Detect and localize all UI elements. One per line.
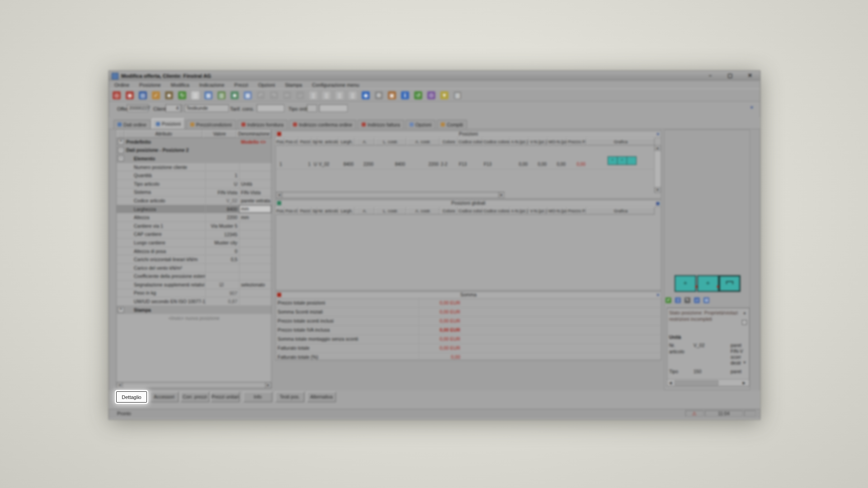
doc-copy-icon[interactable]: ▯ [322,91,331,100]
attribute-value[interactable]: 8400 [205,205,239,213]
column-header[interactable]: Codice colore [483,207,510,215]
column-header[interactable]: Pezzi [298,207,312,215]
tipo-ordine-field[interactable] [307,104,317,112]
cliente-name-field[interactable]: Testkunde [184,104,229,112]
tarif-field[interactable] [257,104,284,112]
attribute-row[interactable]: Carichi orizzontali lineari kN/m 0,5 [117,255,271,264]
column-header[interactable]: Largh. [339,138,355,145]
column-header[interactable]: Grafica [587,138,655,145]
attribute-row[interactable]: Coefficiente della pressione estern [117,272,271,281]
column-header[interactable]: Pos. [276,207,285,215]
strip-close-icon[interactable]: ✕ [750,105,754,110]
scroll-thumb[interactable] [675,380,718,385]
attribute-value[interactable]: ☑ [205,281,239,289]
column-header[interactable]: Nr. articolo [318,207,339,215]
apply-icon[interactable]: ✔ [665,297,671,303]
attribute-row[interactable]: + Predefinito Modello <> [117,138,271,146]
record-icon[interactable]: ◉ [125,91,134,100]
maximize-button[interactable]: ▢ [726,72,735,79]
attribute-hscrollbar[interactable]: ◄ ► [117,382,271,388]
attribute-value[interactable]: 1 [205,171,239,179]
tab-prezzi-condizioni[interactable]: Prezzi/condizioni [186,120,236,129]
tab-dati-ordine[interactable]: Dati ordine [113,120,151,129]
scroll-left-icon[interactable]: ◀ [669,381,672,385]
paste-icon[interactable]: ▱ [296,91,305,100]
glass-pane-3[interactable] [719,275,741,292]
cliente-combo[interactable]: 4 [165,104,183,112]
column-header[interactable]: Colore [440,138,458,145]
column-header[interactable]: Pezzi [298,138,312,145]
menu-item[interactable]: Opzioni [258,82,275,88]
positions-vscrollbar[interactable]: ▲ ▼ [654,145,660,193]
menu-item[interactable]: Posizione [139,82,161,88]
attribute-row[interactable]: Luogo cantiere Muster city [117,239,271,247]
sync-icon[interactable]: ↺ [414,91,423,100]
menu-item[interactable]: Modifica [171,82,189,88]
bottom-button[interactable]: Corr. prezzi [180,392,209,402]
calendar-icon[interactable]: ▦ [243,91,252,100]
column-header[interactable]: L. costr. [375,138,406,145]
attribute-value[interactable]: FIN-Vista [205,188,239,197]
attribute-value[interactable]: 0,87 [205,297,239,305]
positions-close-icon[interactable]: ✕ [656,131,660,137]
positions-hscrollbar[interactable]: ◄ ► [276,192,505,198]
global-positions-panel-button[interactable]: ▣ [656,201,660,206]
column-header-denominazione[interactable]: Denominazione [236,130,271,138]
attribute-row[interactable]: Codice articolo V_02 parete vetrata F [117,197,271,205]
attribute-value[interactable]: V_02 [205,197,239,205]
column-header[interactable]: V-N.(pz.) [529,207,548,215]
print-preview-icon[interactable]: ▤ [703,297,709,303]
dettaglio-button[interactable]: Dettaglio [116,391,147,403]
attribute-value[interactable]: 0 [205,247,239,255]
attribute-row[interactable]: + Stampa [117,306,271,314]
position-row[interactable]: 11UV_0284002200840022002-2F13F130,000,00… [276,145,661,169]
scroll-down-icon[interactable]: ▼ [655,187,660,193]
tab-posizioni[interactable]: Posizioni [152,118,185,129]
column-header[interactable]: Codice color [458,207,483,215]
attribute-row[interactable]: - Dati posizione - Posizione 2 [117,146,271,155]
attribute-row[interactable]: Numero posizione cliente [117,163,271,172]
scroll-thumb[interactable] [282,192,499,198]
attribute-row[interactable]: Tipo articolo U Unità [117,180,271,188]
attribute-row[interactable]: Altezza di posa 0 [117,247,271,256]
column-header[interactable]: A-N.(pz.) [510,138,529,145]
attribute-row[interactable]: Altezza 2200 mm [117,213,271,222]
attribute-value[interactable]: Via Muster 5 [205,222,239,230]
column-header[interactable]: Nr. articolo [318,138,339,145]
menu-item[interactable]: Configurazione menu [312,82,359,88]
menu-item[interactable]: Stampa [285,82,302,88]
attribute-value[interactable] [205,155,239,163]
titlebar[interactable]: Modifica offerta, Cliente: Finstral AG [109,71,760,81]
attribute-row[interactable]: Sistema FIN-Vista FIN-Vista [117,188,271,197]
column-header[interactable]: Pos-cl. [285,138,298,145]
document-icon[interactable]: ▯ [675,297,681,303]
search-icon[interactable]: ⊙ [427,91,436,100]
expand-toggle[interactable]: + [118,139,124,145]
copy-icon[interactable]: ▱ [694,297,700,303]
column-header[interactable]: Prezzo P. [567,207,587,215]
global-positions-titlebar[interactable]: Posizioni globali ▣ [276,200,661,207]
column-header[interactable] [117,130,125,138]
scroll-left-icon[interactable]: ◄ [276,192,282,198]
attribute-value[interactable]: 0,5 [205,255,239,263]
offerta-field[interactable]: 20000227 [127,104,148,112]
attribute-row[interactable]: CAP cantiere 12345 [117,230,271,239]
column-header[interactable]: L. costr. [375,207,406,215]
column-header[interactable]: MO-N.(pz.) [548,138,567,145]
column-header-attributo[interactable]: Attributo [125,130,203,138]
info-icon[interactable]: ℹ [401,91,410,100]
bottom-button[interactable]: Testi pos. [275,392,304,402]
scroll-up-icon[interactable]: ▲ [743,311,746,315]
columns-icon[interactable]: ▥ [453,91,462,100]
attribute-value[interactable]: 907 [205,289,239,297]
scroll-right-icon[interactable]: ▶ [743,381,745,385]
column-header[interactable]: Grafica [587,207,655,215]
scroll-right-icon[interactable]: ► [265,382,271,388]
column-header[interactable]: Pos. [276,138,285,145]
bottom-button[interactable]: Alternativa [307,392,336,402]
close-button[interactable]: ✕ [745,72,755,79]
box-icon[interactable]: ▣ [387,91,396,100]
minimize-button[interactable]: – [706,72,715,79]
approve-icon[interactable]: ✓ [151,91,160,100]
scroll-thumb[interactable] [123,382,265,388]
